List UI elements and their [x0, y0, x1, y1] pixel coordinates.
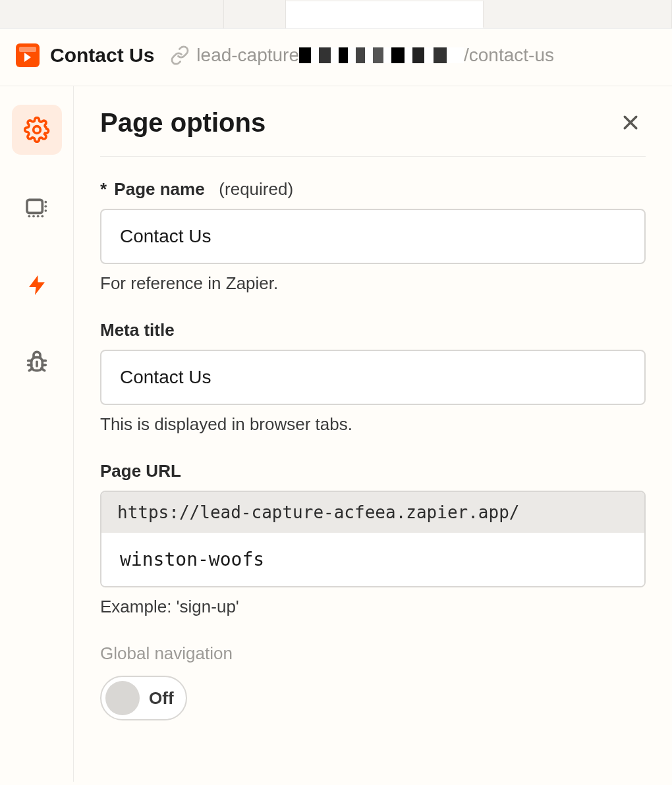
svg-point-0	[33, 126, 40, 134]
url-prefix: lead-capture	[196, 45, 299, 66]
close-icon	[621, 113, 640, 132]
page-header: Contact Us lead-capture/contact-us	[0, 29, 672, 86]
tab-active[interactable]	[286, 0, 484, 28]
page-url-box: https://lead-capture-acfeea.zapier.app/	[100, 491, 646, 587]
left-sidebar	[0, 86, 74, 782]
meta-title-input[interactable]	[100, 350, 646, 405]
page-name-label: Page name	[114, 179, 204, 199]
required-asterisk: *	[100, 179, 107, 199]
page-url-label: Page URL	[100, 461, 646, 481]
field-page-url: Page URL https://lead-capture-acfeea.zap…	[100, 461, 646, 617]
tab-blank-1[interactable]	[0, 0, 224, 28]
meta-title-help: This is displayed in browser tabs.	[100, 414, 646, 435]
tab-blank-3[interactable]	[484, 0, 672, 28]
field-page-name: * Page name (required) For reference in …	[100, 179, 646, 294]
page-url-help: Example: 'sign-up'	[100, 597, 646, 617]
close-button[interactable]	[615, 107, 646, 138]
gear-icon	[24, 117, 50, 143]
meta-title-label: Meta title	[100, 320, 646, 340]
bolt-icon	[25, 273, 49, 297]
toggle-state-text: Off	[149, 688, 174, 709]
sidebar-item-actions[interactable]	[12, 260, 62, 310]
settings-panel: Page options * Page name (required) For …	[74, 86, 672, 782]
tabstrip	[0, 0, 672, 29]
field-global-nav: Global navigation Off	[100, 643, 646, 720]
layout-icon	[24, 194, 50, 221]
toggle-knob	[105, 681, 140, 715]
svg-rect-1	[27, 200, 42, 213]
page-url-text: lead-capture/contact-us	[196, 45, 554, 66]
url-redacted	[299, 47, 464, 63]
sidebar-item-settings[interactable]	[12, 105, 62, 155]
page-name-help: For reference in Zapier.	[100, 273, 646, 294]
global-nav-label: Global navigation	[100, 643, 646, 664]
url-suffix: /contact-us	[464, 45, 554, 66]
interfaces-app-icon	[16, 43, 40, 67]
panel-title: Page options	[100, 108, 266, 138]
page-name-required: (required)	[219, 179, 293, 199]
global-nav-toggle[interactable]: Off	[100, 676, 187, 720]
page-url-input[interactable]	[101, 533, 644, 586]
tab-blank-2[interactable]	[224, 0, 286, 28]
sidebar-item-debug[interactable]	[12, 338, 62, 388]
page-url-display[interactable]: lead-capture/contact-us	[170, 45, 554, 66]
bug-icon	[24, 350, 50, 376]
page-name-input[interactable]	[100, 209, 646, 264]
page-url-prefix: https://lead-capture-acfeea.zapier.app/	[101, 492, 644, 533]
link-icon	[170, 45, 190, 65]
field-meta-title: Meta title This is displayed in browser …	[100, 320, 646, 435]
sidebar-item-layout[interactable]	[12, 182, 62, 232]
page-title: Contact Us	[50, 44, 154, 67]
